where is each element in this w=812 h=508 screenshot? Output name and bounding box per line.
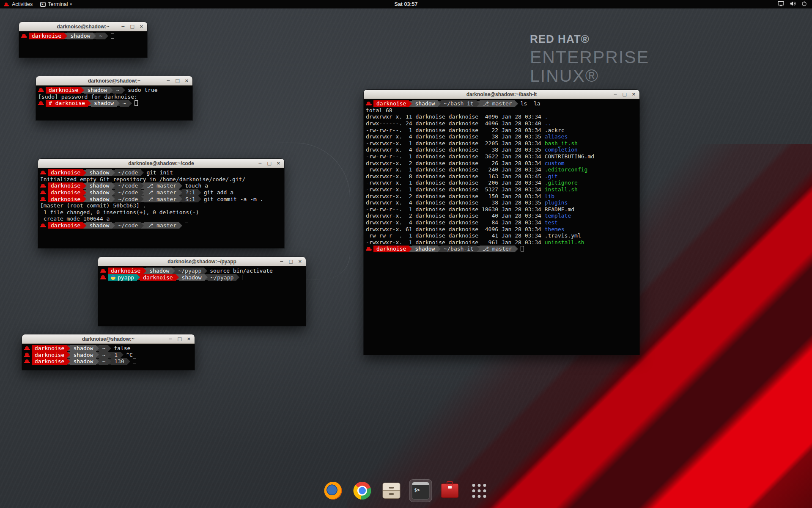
terminal-output: -rwxrwxr-x. 1 darknoise darknoise 2205 J… <box>366 140 545 146</box>
powerline-separator <box>64 33 67 39</box>
close-button[interactable]: × <box>185 78 189 83</box>
command-text: sudo true <box>128 87 157 93</box>
command-text: ls -la <box>521 100 540 107</box>
window-titlebar[interactable]: darknoise@shadow:~ − □ × <box>22 334 195 344</box>
terminal-output: lib <box>545 193 554 199</box>
prompt-segment-user: darknoise <box>46 87 81 94</box>
dock-item-toolbox[interactable] <box>439 479 461 502</box>
prompt-segment-user: darknoise <box>32 345 67 352</box>
terminal-line: darknoiseshadow~/code⎇ masterS:1git comm… <box>40 196 282 202</box>
powerline-separator <box>141 190 144 196</box>
terminal-window-code[interactable]: darknoise@shadow:~/code − □ × darknoises… <box>38 159 284 248</box>
prompt-segment-path: ~/code <box>115 222 141 229</box>
dock-item-chrome[interactable] <box>351 479 374 502</box>
terminal-line: drwxrwxr-x. 11 darknoise darknoise 4096 … <box>366 113 637 120</box>
terminal-line: -rwxrwxr-x. 1 darknoise darknoise 240 Ja… <box>366 166 637 173</box>
prompt-segment-path: ~/bash-it <box>441 100 476 107</box>
window-titlebar[interactable]: darknoise@shadow:~ − □ × <box>36 76 192 86</box>
app-menu-terminal[interactable]: Terminal ▾ <box>36 0 76 8</box>
command-text: git add a <box>204 189 233 196</box>
terminal-line: drwxrwxr-x. 4 darknoise darknoise 38 Jan… <box>366 133 637 140</box>
powerline-separator <box>198 196 201 202</box>
minimize-button[interactable]: − <box>258 161 262 166</box>
terminal-cursor <box>242 275 245 280</box>
powerline-separator <box>83 190 86 196</box>
terminal-window-pyapp[interactable]: darknoise@shadow:~/pyapp − □ × darknoise… <box>98 257 306 326</box>
powerline-separator <box>204 268 207 274</box>
prompt-segment-path: ~/code <box>115 189 141 196</box>
close-button[interactable]: × <box>187 337 191 341</box>
minimize-button[interactable]: − <box>166 78 170 83</box>
maximize-button[interactable]: □ <box>130 24 134 29</box>
chrome-icon <box>354 482 371 500</box>
maximize-button[interactable]: □ <box>177 337 181 341</box>
prompt-segment-path: ~/bash-it <box>441 246 476 252</box>
dock-item-app-grid[interactable] <box>468 479 491 502</box>
dock-item-firefox[interactable] <box>322 479 345 502</box>
terminal-output: .git <box>545 173 558 179</box>
toolbox-icon <box>441 483 459 498</box>
terminal-window-home-1[interactable]: darknoise@shadow:~ − □ × darknoiseshadow… <box>19 22 147 58</box>
maximize-button[interactable]: □ <box>288 259 293 264</box>
maximize-button[interactable]: □ <box>267 161 271 166</box>
window-titlebar[interactable]: darknoise@shadow:~ − □ × <box>19 22 147 31</box>
powerline-separator <box>477 101 480 107</box>
system-status-area[interactable] <box>778 0 812 8</box>
window-title: darknoise@shadow:~/code <box>128 160 194 166</box>
window-titlebar[interactable]: darknoise@shadow:~/code − □ × <box>38 159 284 168</box>
terminal-line: darknoiseshadow~false <box>24 345 192 352</box>
maximize-button[interactable]: □ <box>622 92 626 97</box>
window-titlebar[interactable]: darknoise@shadow:~/bash-it − □ × <box>364 90 639 99</box>
prompt-segment-git: ⎇ master <box>480 100 515 107</box>
prompt-segment-host: shadow <box>86 189 112 196</box>
dock <box>322 479 491 502</box>
command-text: git init <box>146 169 173 176</box>
terminal-body[interactable]: darknoiseshadow~sudo true[sudo] password… <box>36 86 192 120</box>
maximize-button[interactable]: □ <box>175 78 179 83</box>
terminal-body[interactable]: darknoiseshadow~/bash-it⎇ masterls -lato… <box>364 99 639 355</box>
close-button[interactable]: × <box>298 259 302 264</box>
dock-item-files[interactable] <box>380 479 403 502</box>
minimize-button[interactable]: − <box>121 24 125 29</box>
minimize-button[interactable]: − <box>613 92 617 97</box>
power-icon[interactable] <box>801 1 807 8</box>
terminal-body[interactable]: darknoiseshadow~/pyappsource bin/activat… <box>98 266 306 326</box>
minimize-button[interactable]: − <box>280 259 283 264</box>
display-icon[interactable] <box>778 1 784 8</box>
desktop: RED HAT® ENTERPRISE LINUX® Activities Te… <box>0 0 812 508</box>
powerline-separator <box>112 190 115 196</box>
files-icon <box>383 483 401 499</box>
volume-icon[interactable] <box>790 1 796 8</box>
terminal-body[interactable]: darknoiseshadow~/codegit initInitialized… <box>38 168 284 248</box>
prompt-segment-host: shadow <box>412 100 438 107</box>
redhat-prompt-icon <box>38 101 44 106</box>
terminal-output: drwxrwxr-x. 11 darknoise darknoise 4096 … <box>366 113 545 120</box>
terminal-output: completion <box>545 146 578 153</box>
branding-linux: LINUX® <box>530 66 649 85</box>
close-button[interactable]: × <box>277 161 280 166</box>
powerline-separator <box>137 274 140 280</box>
prompt-segment-git: ⎇ master <box>144 222 179 229</box>
window-titlebar[interactable]: darknoise@shadow:~/pyapp − □ × <box>98 257 306 266</box>
powerline-separator <box>112 170 115 176</box>
close-button[interactable]: × <box>140 24 143 29</box>
terminal-window-sudo[interactable]: darknoise@shadow:~ − □ × darknoiseshadow… <box>36 76 192 120</box>
prompt-segment-user: darknoise <box>48 222 83 229</box>
clock[interactable]: Sat 03:57 <box>395 1 418 7</box>
terminal-output: -rwxrwxr-x. 1 darknoise darknoise 206 Ja… <box>366 179 545 186</box>
terminal-body[interactable]: darknoiseshadow~falsedarknoiseshadow~1^C… <box>22 344 195 370</box>
terminal-window-bash-it[interactable]: darknoise@shadow:~/bash-it − □ × darknoi… <box>364 90 639 355</box>
terminal-output: 1 file changed, 0 insertions(+), 0 delet… <box>40 209 199 215</box>
dock-item-terminal[interactable] <box>409 479 432 502</box>
terminal-output: [sudo] password for darknoise: <box>38 94 137 100</box>
powerline-separator <box>179 183 182 189</box>
powerline-separator <box>141 183 144 189</box>
activities-button[interactable]: Activities <box>0 0 36 8</box>
close-button[interactable]: × <box>632 92 636 97</box>
minimize-button[interactable]: − <box>168 337 172 341</box>
terminal-line: pyappdarknoiseshadow~/pyapp <box>100 274 304 281</box>
terminal-output: drwxrwxr-x. 4 darknoise darknoise 38 Jan… <box>366 199 545 206</box>
terminal-body[interactable]: darknoiseshadow~ <box>19 31 147 58</box>
terminal-window-home-2[interactable]: darknoise@shadow:~ − □ × darknoiseshadow… <box>22 334 195 370</box>
terminal-line: drwxrwxr-x. 2 darknoise darknoise 26 Jan… <box>366 160 637 166</box>
